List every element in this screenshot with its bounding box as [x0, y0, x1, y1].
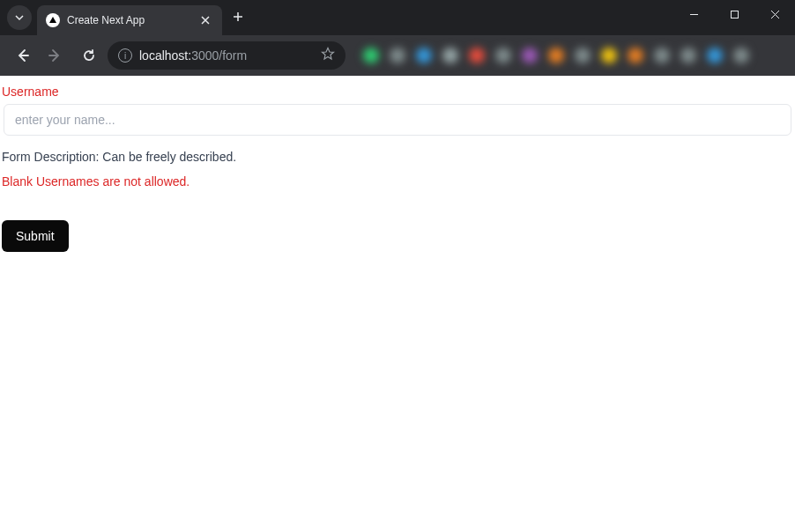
- window-controls: [673, 0, 795, 35]
- svg-rect-0: [731, 11, 738, 18]
- url-text: localhost:3000/form: [139, 48, 247, 63]
- close-icon: [770, 10, 780, 19]
- arrow-left-icon: [14, 48, 30, 63]
- forward-button[interactable]: [41, 41, 71, 70]
- tab-title: Create Next App: [67, 14, 190, 26]
- browser-tab[interactable]: Create Next App: [37, 5, 222, 35]
- chevron-down-icon: [14, 12, 25, 23]
- arrow-right-icon: [48, 48, 63, 63]
- username-label: Username: [0, 76, 795, 102]
- form-error-message: Blank Usernames are not allowed.: [0, 169, 795, 194]
- close-icon: [201, 16, 210, 25]
- maximize-icon: [730, 10, 739, 19]
- minimize-button[interactable]: [673, 0, 714, 28]
- back-button[interactable]: [7, 41, 37, 70]
- address-bar[interactable]: i localhost:3000/form: [108, 41, 345, 70]
- username-input[interactable]: [4, 104, 791, 136]
- site-info-icon[interactable]: i: [118, 48, 132, 63]
- tab-search-button[interactable]: [7, 5, 32, 30]
- minimize-icon: [689, 10, 699, 19]
- bookmark-button[interactable]: [321, 47, 335, 64]
- form-description: Form Description: Can be freely describe…: [0, 137, 795, 169]
- star-icon: [321, 47, 335, 61]
- browser-toolbar: i localhost:3000/form: [0, 35, 795, 76]
- page-content: Username Form Description: Can be freely…: [0, 76, 795, 532]
- extensions-area: [349, 41, 788, 70]
- favicon-icon: [46, 13, 60, 27]
- reload-icon: [81, 48, 97, 63]
- tab-close-button[interactable]: [197, 13, 213, 27]
- plus-icon: [233, 11, 243, 22]
- maximize-button[interactable]: [714, 0, 754, 28]
- submit-button[interactable]: Submit: [2, 220, 69, 252]
- close-window-button[interactable]: [754, 0, 795, 28]
- new-tab-button[interactable]: [222, 10, 254, 26]
- reload-button[interactable]: [74, 41, 104, 70]
- titlebar: Create Next App: [0, 0, 795, 35]
